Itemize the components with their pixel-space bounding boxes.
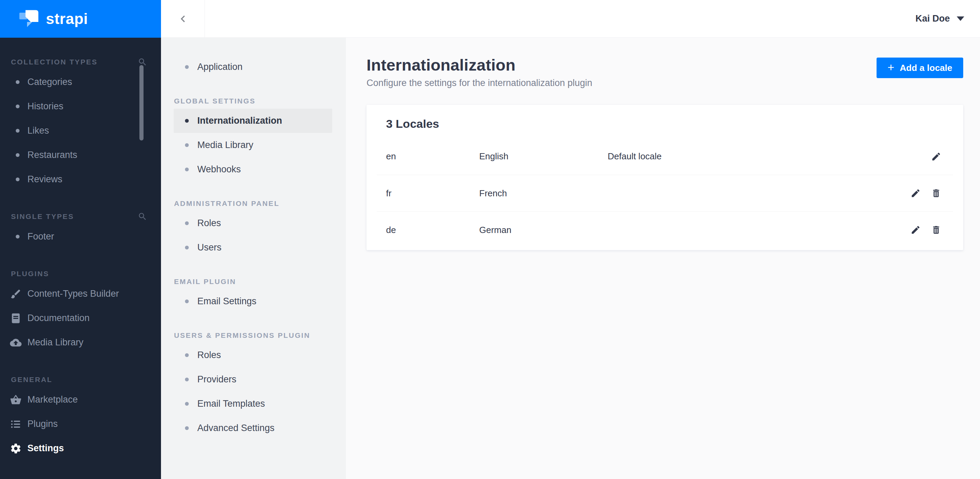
topbar: Kai Doe bbox=[161, 0, 980, 38]
collection-types-header: COLLECTION TYPES bbox=[11, 58, 98, 66]
strapi-logo-icon bbox=[18, 8, 40, 30]
sidebar-item-plugins[interactable]: Plugins bbox=[0, 412, 161, 436]
table-row-en[interactable]: en English Default locale bbox=[377, 138, 953, 175]
strapi-logo[interactable]: strapi bbox=[0, 0, 161, 38]
bullet-icon bbox=[185, 119, 189, 123]
sidebar-item-marketplace[interactable]: Marketplace bbox=[0, 388, 161, 412]
sidebar-item-restaurants[interactable]: Restaurants bbox=[0, 143, 161, 167]
sidebar-item-documentation[interactable]: Documentation bbox=[0, 306, 161, 330]
right-column: Kai Doe Application GLOBAL SETTINGS Inte… bbox=[161, 0, 980, 479]
sidebar-item-likes[interactable]: Likes bbox=[0, 119, 161, 143]
bullet-icon bbox=[185, 65, 189, 69]
table-row-de[interactable]: de German bbox=[377, 212, 953, 248]
pencil-icon bbox=[910, 225, 921, 235]
locale-name: German bbox=[479, 225, 608, 236]
administration-panel-header: ADMINISTRATION PANEL bbox=[161, 196, 346, 211]
bullet-icon bbox=[185, 221, 189, 225]
user-menu[interactable]: Kai Doe bbox=[915, 0, 980, 37]
settings-item-providers[interactable]: Providers bbox=[173, 367, 332, 391]
trash-icon bbox=[931, 225, 941, 235]
sidebar-scrollbar[interactable] bbox=[139, 65, 143, 140]
section-email-plugin: EMAIL PLUGIN Email Settings bbox=[161, 274, 346, 313]
gear-icon bbox=[10, 442, 22, 455]
edit-locale-button[interactable] bbox=[908, 222, 923, 237]
list-icon bbox=[10, 418, 22, 430]
settings-item-email-templates[interactable]: Email Templates bbox=[173, 391, 332, 416]
sidebar-item-footer[interactable]: Footer bbox=[0, 224, 161, 249]
settings-item-application[interactable]: Application bbox=[173, 55, 332, 79]
chevron-down-icon bbox=[957, 16, 964, 21]
bullet-icon bbox=[16, 105, 19, 108]
section-global-settings: GLOBAL SETTINGS Internationalization Med… bbox=[161, 94, 346, 181]
sidebar-item-media-library[interactable]: Media Library bbox=[0, 330, 161, 355]
locale-name: English bbox=[479, 151, 608, 162]
bullet-icon bbox=[185, 167, 189, 171]
sidebar-item-content-types-builder[interactable]: Content-Types Builder bbox=[0, 282, 161, 306]
delete-locale-button[interactable] bbox=[929, 222, 944, 237]
delete-locale-button[interactable] bbox=[929, 186, 944, 201]
chevron-left-icon bbox=[177, 13, 189, 25]
settings-sidebar: Application GLOBAL SETTINGS Internationa… bbox=[161, 38, 346, 479]
main-content: Internationalization Configure the setti… bbox=[346, 38, 980, 479]
bullet-icon bbox=[185, 143, 189, 147]
settings-item-admin-users[interactable]: Users bbox=[173, 236, 332, 260]
main-nav: COLLECTION TYPES Categories Histories Li… bbox=[0, 38, 161, 479]
pencil-icon bbox=[910, 188, 921, 198]
section-plugins: PLUGINS Content-Types Builder Documentat… bbox=[0, 266, 161, 355]
search-icon[interactable] bbox=[138, 212, 147, 221]
user-name: Kai Doe bbox=[915, 13, 950, 24]
locale-name: French bbox=[479, 188, 608, 199]
settings-item-advanced-settings[interactable]: Advanced Settings bbox=[173, 416, 332, 440]
locales-card-title: 3 Locales bbox=[366, 105, 963, 138]
section-single-types: SINGLE TYPES Footer bbox=[0, 208, 161, 249]
settings-item-admin-roles[interactable]: Roles bbox=[173, 211, 332, 236]
settings-item-up-roles[interactable]: Roles bbox=[173, 343, 332, 367]
sidebar-item-reviews[interactable]: Reviews bbox=[0, 167, 161, 191]
sidebar-item-categories[interactable]: Categories bbox=[0, 70, 161, 94]
brand-name: strapi bbox=[46, 10, 88, 27]
bullet-icon bbox=[185, 246, 189, 250]
settings-item-internationalization[interactable]: Internationalization bbox=[173, 108, 332, 133]
bullet-icon bbox=[16, 177, 19, 181]
edit-locale-button[interactable] bbox=[929, 149, 944, 164]
global-settings-header: GLOBAL SETTINGS bbox=[161, 94, 346, 108]
book-icon bbox=[10, 312, 22, 325]
bullet-icon bbox=[185, 299, 189, 303]
edit-locale-button[interactable] bbox=[908, 186, 923, 201]
sidebar-item-settings[interactable]: Settings bbox=[0, 436, 161, 460]
cloud-upload-icon bbox=[10, 336, 22, 349]
settings-item-media-library[interactable]: Media Library bbox=[173, 133, 332, 157]
back-button[interactable] bbox=[161, 0, 205, 37]
pencil-icon bbox=[931, 151, 941, 162]
section-general: GENERAL Marketplace Plugins Settings bbox=[0, 372, 161, 460]
locale-code: de bbox=[386, 225, 479, 236]
locale-code: fr bbox=[386, 188, 479, 199]
bullet-icon bbox=[185, 402, 189, 406]
bullet-icon bbox=[185, 377, 189, 381]
brush-icon bbox=[10, 288, 22, 300]
bullet-icon bbox=[185, 353, 189, 357]
locales-card: 3 Locales en English Default locale fr F… bbox=[366, 105, 963, 250]
section-users-permissions-plugin: USERS & PERMISSIONS PLUGIN Roles Provide… bbox=[161, 328, 346, 440]
trash-icon bbox=[931, 188, 941, 198]
bullet-icon bbox=[185, 426, 189, 430]
page-subtitle: Configure the settings for the internati… bbox=[366, 78, 592, 88]
page-title: Internationalization bbox=[366, 56, 592, 74]
sidebar-item-histories[interactable]: Histories bbox=[0, 94, 161, 119]
bullet-icon bbox=[16, 129, 19, 133]
section-collection-types: COLLECTION TYPES Categories Histories Li… bbox=[0, 54, 161, 191]
settings-item-webhooks[interactable]: Webhooks bbox=[173, 157, 332, 181]
add-locale-label: Add a locale bbox=[900, 63, 952, 73]
table-row-fr[interactable]: fr French bbox=[377, 175, 953, 212]
section-administration-panel: ADMINISTRATION PANEL Roles Users bbox=[161, 196, 346, 260]
add-locale-button[interactable]: + Add a locale bbox=[877, 57, 963, 78]
bullet-icon bbox=[16, 235, 19, 239]
main-sidebar: strapi COLLECTION TYPES Categories Histo… bbox=[0, 0, 161, 479]
settings-item-email-settings[interactable]: Email Settings bbox=[173, 289, 332, 313]
bullet-icon bbox=[16, 80, 19, 84]
basket-icon bbox=[10, 394, 22, 406]
users-permissions-header: USERS & PERMISSIONS PLUGIN bbox=[161, 328, 346, 343]
single-types-header: SINGLE TYPES bbox=[11, 212, 74, 221]
app-root: strapi COLLECTION TYPES Categories Histo… bbox=[0, 0, 980, 479]
email-plugin-header: EMAIL PLUGIN bbox=[161, 274, 346, 289]
